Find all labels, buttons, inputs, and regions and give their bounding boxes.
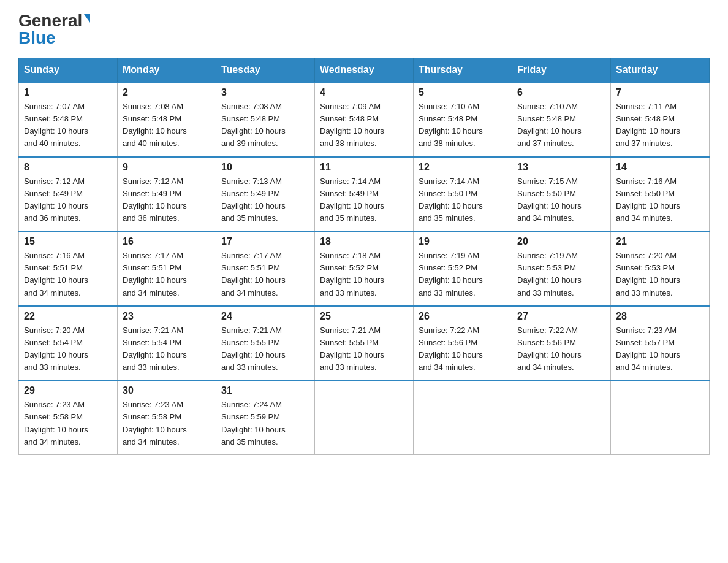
calendar-day-cell: 29 Sunrise: 7:23 AM Sunset: 5:58 PM Dayl… [19,380,118,454]
calendar-day-cell: 7 Sunrise: 7:11 AM Sunset: 5:48 PM Dayli… [611,82,710,157]
weekday-header-saturday: Saturday [611,58,710,83]
day-number: 7 [616,87,704,98]
calendar-day-cell: 11 Sunrise: 7:14 AM Sunset: 5:49 PM Dayl… [315,157,414,232]
day-info: Sunrise: 7:18 AM Sunset: 5:52 PM Dayligh… [320,250,408,299]
calendar-day-cell: 24 Sunrise: 7:21 AM Sunset: 5:55 PM Dayl… [216,306,315,381]
day-info: Sunrise: 7:19 AM Sunset: 5:52 PM Dayligh… [419,250,507,299]
day-number: 14 [616,162,704,173]
logo: General Blue [18,12,90,47]
calendar-day-cell: 27 Sunrise: 7:22 AM Sunset: 5:56 PM Dayl… [512,306,611,381]
calendar-day-cell: 22 Sunrise: 7:20 AM Sunset: 5:54 PM Dayl… [19,306,118,381]
calendar-day-cell: 4 Sunrise: 7:09 AM Sunset: 5:48 PM Dayli… [315,82,414,157]
calendar-day-cell: 31 Sunrise: 7:24 AM Sunset: 5:59 PM Dayl… [216,380,315,454]
day-number: 27 [517,311,605,322]
weekday-header-tuesday: Tuesday [216,58,315,83]
day-info: Sunrise: 7:23 AM Sunset: 5:57 PM Dayligh… [616,324,704,374]
weekday-header-friday: Friday [512,58,611,83]
day-number: 30 [123,385,211,396]
day-number: 1 [24,87,112,98]
weekday-header-sunday: Sunday [19,58,118,83]
day-info: Sunrise: 7:22 AM Sunset: 5:56 PM Dayligh… [419,324,507,374]
day-number: 15 [24,236,112,247]
day-info: Sunrise: 7:23 AM Sunset: 5:58 PM Dayligh… [123,399,211,448]
day-info: Sunrise: 7:20 AM Sunset: 5:53 PM Dayligh… [616,250,704,299]
day-info: Sunrise: 7:16 AM Sunset: 5:50 PM Dayligh… [616,175,704,225]
day-number: 6 [517,87,605,98]
calendar-table: SundayMondayTuesdayWednesdayThursdayFrid… [18,58,710,455]
calendar-week-row: 8 Sunrise: 7:12 AM Sunset: 5:49 PM Dayli… [19,157,710,232]
calendar-day-cell: 18 Sunrise: 7:18 AM Sunset: 5:52 PM Dayl… [315,231,414,306]
calendar-day-cell: 21 Sunrise: 7:20 AM Sunset: 5:53 PM Dayl… [611,231,710,306]
day-info: Sunrise: 7:19 AM Sunset: 5:53 PM Dayligh… [517,250,605,299]
day-info: Sunrise: 7:21 AM Sunset: 5:55 PM Dayligh… [320,324,408,374]
calendar-day-cell: 30 Sunrise: 7:23 AM Sunset: 5:58 PM Dayl… [118,380,216,454]
day-number: 29 [24,385,112,396]
calendar-day-cell: 17 Sunrise: 7:17 AM Sunset: 5:51 PM Dayl… [216,231,315,306]
day-info: Sunrise: 7:21 AM Sunset: 5:54 PM Dayligh… [123,324,211,374]
day-info: Sunrise: 7:08 AM Sunset: 5:48 PM Dayligh… [123,101,211,150]
calendar-day-cell: 15 Sunrise: 7:16 AM Sunset: 5:51 PM Dayl… [19,231,118,306]
day-info: Sunrise: 7:09 AM Sunset: 5:48 PM Dayligh… [320,101,408,150]
calendar-day-cell: 10 Sunrise: 7:13 AM Sunset: 5:49 PM Dayl… [216,157,315,232]
day-number: 12 [419,162,507,173]
day-info: Sunrise: 7:10 AM Sunset: 5:48 PM Dayligh… [517,101,605,150]
day-info: Sunrise: 7:21 AM Sunset: 5:55 PM Dayligh… [221,324,309,374]
day-info: Sunrise: 7:13 AM Sunset: 5:49 PM Dayligh… [221,175,309,225]
day-info: Sunrise: 7:12 AM Sunset: 5:49 PM Dayligh… [123,175,211,225]
calendar-day-cell: 20 Sunrise: 7:19 AM Sunset: 5:53 PM Dayl… [512,231,611,306]
day-number: 26 [419,311,507,322]
calendar-day-cell: 28 Sunrise: 7:23 AM Sunset: 5:57 PM Dayl… [611,306,710,381]
calendar-day-cell [414,380,512,454]
day-number: 23 [123,311,211,322]
day-number: 13 [517,162,605,173]
day-number: 19 [419,236,507,247]
calendar-week-row: 22 Sunrise: 7:20 AM Sunset: 5:54 PM Dayl… [19,306,710,381]
page-header: General Blue [18,12,710,47]
day-info: Sunrise: 7:14 AM Sunset: 5:50 PM Dayligh… [419,175,507,225]
calendar-day-cell: 3 Sunrise: 7:08 AM Sunset: 5:48 PM Dayli… [216,82,315,157]
calendar-day-cell: 12 Sunrise: 7:14 AM Sunset: 5:50 PM Dayl… [414,157,512,232]
day-number: 4 [320,87,408,98]
weekday-header-row: SundayMondayTuesdayWednesdayThursdayFrid… [19,58,710,83]
day-number: 16 [123,236,211,247]
calendar-day-cell [512,380,611,454]
calendar-day-cell: 1 Sunrise: 7:07 AM Sunset: 5:48 PM Dayli… [19,82,118,157]
day-info: Sunrise: 7:12 AM Sunset: 5:49 PM Dayligh… [24,175,112,225]
calendar-day-cell [611,380,710,454]
day-info: Sunrise: 7:17 AM Sunset: 5:51 PM Dayligh… [123,250,211,299]
calendar-day-cell: 2 Sunrise: 7:08 AM Sunset: 5:48 PM Dayli… [118,82,216,157]
calendar-day-cell: 5 Sunrise: 7:10 AM Sunset: 5:48 PM Dayli… [414,82,512,157]
day-number: 3 [221,87,309,98]
calendar-day-cell [315,380,414,454]
day-info: Sunrise: 7:11 AM Sunset: 5:48 PM Dayligh… [616,101,704,150]
day-number: 22 [24,311,112,322]
calendar-day-cell: 23 Sunrise: 7:21 AM Sunset: 5:54 PM Dayl… [118,306,216,381]
calendar-day-cell: 19 Sunrise: 7:19 AM Sunset: 5:52 PM Dayl… [414,231,512,306]
day-number: 18 [320,236,408,247]
calendar-day-cell: 6 Sunrise: 7:10 AM Sunset: 5:48 PM Dayli… [512,82,611,157]
day-number: 2 [123,87,211,98]
calendar-day-cell: 9 Sunrise: 7:12 AM Sunset: 5:49 PM Dayli… [118,157,216,232]
calendar-week-row: 29 Sunrise: 7:23 AM Sunset: 5:58 PM Dayl… [19,380,710,454]
calendar-day-cell: 14 Sunrise: 7:16 AM Sunset: 5:50 PM Dayl… [611,157,710,232]
day-info: Sunrise: 7:16 AM Sunset: 5:51 PM Dayligh… [24,250,112,299]
calendar-day-cell: 8 Sunrise: 7:12 AM Sunset: 5:49 PM Dayli… [19,157,118,232]
day-number: 17 [221,236,309,247]
day-number: 28 [616,311,704,322]
day-number: 5 [419,87,507,98]
day-number: 10 [221,162,309,173]
calendar-day-cell: 26 Sunrise: 7:22 AM Sunset: 5:56 PM Dayl… [414,306,512,381]
day-info: Sunrise: 7:17 AM Sunset: 5:51 PM Dayligh… [221,250,309,299]
day-info: Sunrise: 7:22 AM Sunset: 5:56 PM Dayligh… [517,324,605,374]
weekday-header-wednesday: Wednesday [315,58,414,83]
day-info: Sunrise: 7:07 AM Sunset: 5:48 PM Dayligh… [24,101,112,150]
calendar-day-cell: 25 Sunrise: 7:21 AM Sunset: 5:55 PM Dayl… [315,306,414,381]
day-info: Sunrise: 7:14 AM Sunset: 5:49 PM Dayligh… [320,175,408,225]
calendar-day-cell: 16 Sunrise: 7:17 AM Sunset: 5:51 PM Dayl… [118,231,216,306]
day-info: Sunrise: 7:15 AM Sunset: 5:50 PM Dayligh… [517,175,605,225]
logo-general-text: General [18,12,82,29]
day-number: 21 [616,236,704,247]
calendar-day-cell: 13 Sunrise: 7:15 AM Sunset: 5:50 PM Dayl… [512,157,611,232]
day-number: 9 [123,162,211,173]
day-number: 31 [221,385,309,396]
